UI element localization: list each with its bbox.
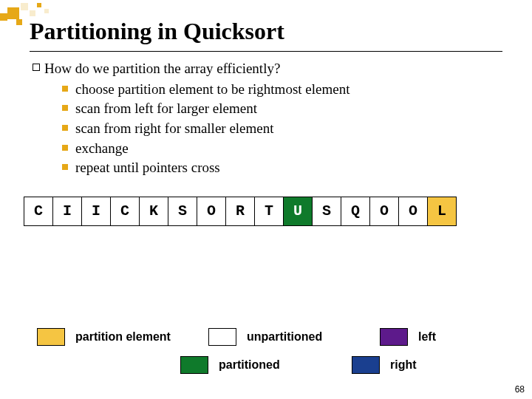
array-visualization: CIICKSORTUSQOOL bbox=[24, 197, 532, 226]
swatch-partition-element bbox=[37, 328, 65, 346]
content-block: How do we partition the array efficientl… bbox=[0, 52, 532, 177]
array-cell: I bbox=[52, 197, 82, 226]
step-text: choose partition element to be rightmost… bbox=[75, 80, 349, 99]
legend-label: unpartitioned bbox=[247, 330, 380, 344]
legend: partition element unpartitioned left par… bbox=[37, 328, 510, 384]
list-item: choose partition element to be rightmost… bbox=[62, 80, 502, 99]
array-cell: I bbox=[81, 197, 111, 226]
array-cell: T bbox=[254, 197, 284, 226]
swatch-right bbox=[352, 356, 380, 374]
filled-square-bullet-icon bbox=[62, 125, 68, 131]
legend-label: right bbox=[390, 358, 523, 372]
array-cell: L bbox=[427, 197, 457, 226]
filled-square-bullet-icon bbox=[62, 164, 68, 170]
array-cell: S bbox=[168, 197, 197, 226]
swatch-unpartitioned bbox=[208, 328, 236, 346]
hollow-square-bullet-icon bbox=[33, 64, 40, 71]
filled-square-bullet-icon bbox=[62, 105, 68, 111]
array-cell: S bbox=[312, 197, 341, 226]
list-item: scan from left for larger element bbox=[62, 99, 502, 118]
array-cell: O bbox=[369, 197, 399, 226]
corner-decoration bbox=[0, 0, 89, 37]
legend-label: partition element bbox=[75, 330, 208, 344]
swatch-left bbox=[380, 328, 408, 346]
page-number: 68 bbox=[515, 384, 525, 395]
legend-label: left bbox=[418, 330, 532, 344]
array-cell: U bbox=[283, 197, 313, 226]
swatch-partitioned bbox=[180, 356, 208, 374]
list-item: repeat until pointers cross bbox=[62, 158, 502, 177]
legend-row: partitioned right bbox=[37, 356, 510, 374]
array-cell: Q bbox=[341, 197, 370, 226]
step-text: repeat until pointers cross bbox=[75, 158, 220, 177]
legend-row: partition element unpartitioned left bbox=[37, 328, 510, 346]
step-text: exchange bbox=[75, 139, 129, 158]
question-text: How do we partition the array efficientl… bbox=[44, 59, 280, 78]
array-cell: R bbox=[225, 197, 255, 226]
list-item: exchange bbox=[62, 139, 502, 158]
array-cell: K bbox=[139, 197, 168, 226]
step-text: scan from left for larger element bbox=[75, 99, 257, 118]
step-text: scan from right for smaller element bbox=[75, 119, 274, 138]
filled-square-bullet-icon bbox=[62, 86, 68, 92]
array-cell: C bbox=[110, 197, 140, 226]
steps-list: choose partition element to be rightmost… bbox=[33, 80, 502, 177]
array-cell: O bbox=[398, 197, 428, 226]
question-line: How do we partition the array efficientl… bbox=[33, 59, 502, 78]
legend-label: partitioned bbox=[219, 358, 352, 372]
filled-square-bullet-icon bbox=[62, 145, 68, 151]
array-cell: O bbox=[197, 197, 226, 226]
list-item: scan from right for smaller element bbox=[62, 119, 502, 138]
array-cell: C bbox=[24, 197, 53, 226]
